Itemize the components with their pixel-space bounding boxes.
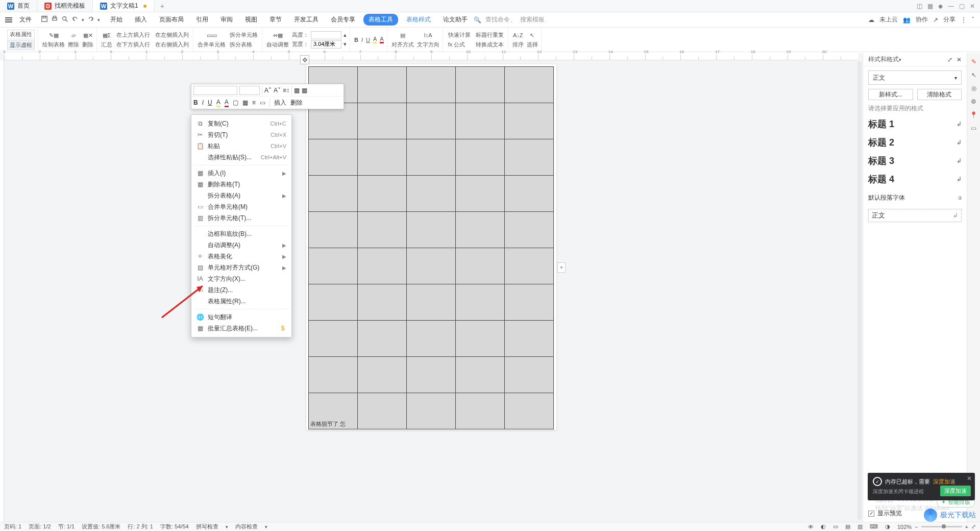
step-down-icon[interactable]: ▾ bbox=[344, 41, 347, 47]
mini-insert-button[interactable]: 插入 bbox=[274, 99, 286, 107]
ctx-delete-table[interactable]: ▦删除表格(T) bbox=[191, 179, 291, 190]
style-heading2[interactable]: 标题 2↲ bbox=[868, 135, 962, 150]
decrease-font-icon[interactable]: A˅ bbox=[274, 87, 281, 94]
share-icon[interactable]: ↗ bbox=[933, 16, 938, 23]
search-placeholder2[interactable]: 搜索模板 bbox=[520, 15, 545, 24]
search-placeholder[interactable]: 查找命令、 bbox=[485, 15, 516, 24]
step-up-icon[interactable]: ▴ bbox=[344, 32, 347, 38]
redo-icon[interactable] bbox=[87, 15, 94, 24]
ribbon-tab-layout[interactable]: 页面布局 bbox=[155, 13, 188, 26]
ctx-copy[interactable]: ⧉复制(C)Ctrl+C bbox=[191, 118, 291, 129]
ctx-paste[interactable]: 📋粘贴Ctrl+V bbox=[191, 140, 291, 152]
save-icon[interactable] bbox=[41, 15, 48, 24]
skin-icon[interactable]: ◆ bbox=[938, 3, 943, 9]
minimize-icon[interactable]: — bbox=[948, 3, 954, 9]
mini-delete-button[interactable]: 删除 bbox=[290, 99, 303, 107]
summary-button[interactable]: ▦Σ汇总 bbox=[101, 31, 112, 49]
ctx-auto[interactable]: 自动调整(A)▶ bbox=[191, 239, 291, 251]
ribbon-tab-table-style[interactable]: 表格样式 bbox=[402, 13, 435, 26]
delete-button[interactable]: ▦✕删除 bbox=[82, 31, 93, 49]
editable-table[interactable] bbox=[308, 66, 554, 415]
settings-icon[interactable]: ⚙ bbox=[971, 98, 976, 105]
mini-merge[interactable]: ▭ bbox=[260, 99, 265, 106]
ctx-cut[interactable]: ✂剪切(T)Ctrl+X bbox=[191, 129, 291, 140]
ctx-batch-summary[interactable]: ▦批量汇总表格(E)...$ bbox=[191, 323, 291, 334]
ctx-translate[interactable]: 🌐短句翻译 bbox=[191, 311, 291, 323]
search-icon[interactable]: 🔍 bbox=[474, 16, 481, 23]
ctx-merge-cells[interactable]: ▭合并单元格(M) bbox=[191, 201, 291, 212]
underline-button[interactable]: U bbox=[366, 37, 370, 43]
collapse-ribbon-icon[interactable]: ˆ bbox=[972, 16, 974, 23]
ctx-split-table[interactable]: 拆分表格(A)▶ bbox=[191, 190, 291, 201]
formula-button[interactable]: fx 公式 bbox=[447, 40, 472, 49]
sort-button[interactable]: A↓Z排序 bbox=[512, 31, 524, 49]
show-gridlines-button[interactable]: 显示虚框 bbox=[7, 40, 35, 50]
merge-cells-button[interactable]: ▭▭合并单元格 bbox=[198, 31, 226, 49]
undo-dropdown-icon[interactable]: ▾ bbox=[82, 17, 84, 22]
horizontal-ruler[interactable] bbox=[4, 53, 859, 60]
undo-icon[interactable] bbox=[71, 15, 79, 24]
close-panel-icon[interactable]: ✕ bbox=[957, 56, 962, 63]
screen-icon[interactable]: ▭ bbox=[971, 125, 976, 132]
line-spacing-icon[interactable]: ≡↕ bbox=[283, 87, 289, 94]
ctx-split-cells[interactable]: ▥拆分单元格(T)... bbox=[191, 212, 291, 224]
pin-icon[interactable]: ⤢ bbox=[947, 56, 952, 63]
ctx-text-dir[interactable]: IA文字方向(X)... bbox=[191, 273, 291, 284]
quick-calc-button[interactable]: 快速计算 bbox=[447, 31, 472, 39]
style-heading4[interactable]: 标题 4↲ bbox=[868, 172, 962, 186]
tab-document[interactable]: W 文字文稿1 bbox=[93, 0, 154, 12]
select-pane-icon[interactable]: ↖ bbox=[971, 71, 976, 79]
more-menu-icon[interactable]: ⋮ bbox=[961, 16, 967, 23]
draw-table-button[interactable]: ✎▦绘制表格 bbox=[42, 31, 65, 49]
mini-borders[interactable]: ▦ bbox=[242, 99, 248, 106]
mini-highlight[interactable]: A bbox=[216, 99, 220, 107]
mini-underline[interactable]: U bbox=[208, 99, 212, 106]
ribbon-tab-insert[interactable]: 插入 bbox=[131, 13, 151, 26]
convert-to-text-button[interactable]: 转换成文本 bbox=[475, 40, 505, 49]
ctx-caption[interactable]: ▭题注(Z)... bbox=[191, 284, 291, 296]
auto-adjust-button[interactable]: ⇔▦自动调整 bbox=[266, 31, 289, 49]
font-size-select[interactable] bbox=[239, 86, 260, 95]
split-table-button[interactable]: 拆分表格 bbox=[229, 40, 259, 49]
add-column-button[interactable]: + bbox=[557, 262, 566, 273]
ctx-insert[interactable]: ▦插入(I)▶ bbox=[191, 167, 291, 179]
eraser-button[interactable]: ▱擦除 bbox=[68, 31, 79, 49]
new-style-button[interactable]: 新样式... bbox=[868, 89, 913, 100]
insert-col-left[interactable]: 在左侧插入列 bbox=[154, 31, 190, 39]
table-properties-button[interactable]: 表格属性 bbox=[7, 30, 35, 39]
style-heading1[interactable]: 标题 1↲ bbox=[868, 117, 962, 131]
preview-icon[interactable] bbox=[61, 15, 68, 24]
ctx-paste-special[interactable]: 选择性粘贴(S)...Ctrl+Alt+V bbox=[191, 152, 291, 163]
collab-icon[interactable]: 👥 bbox=[903, 16, 911, 23]
align-button[interactable]: ▤对齐方式 bbox=[391, 31, 414, 49]
split-cell-button[interactable]: 拆分单元格 bbox=[229, 31, 259, 39]
cloud-icon[interactable]: ☁ bbox=[868, 16, 874, 23]
new-tab-button[interactable]: + bbox=[154, 2, 170, 10]
layers-icon[interactable]: ◎ bbox=[971, 85, 976, 92]
ribbon-tab-dev[interactable]: 开发工具 bbox=[290, 13, 323, 26]
ctx-cell-align[interactable]: ▤单元格对齐方式(G)▶ bbox=[191, 262, 291, 273]
mini-font-color[interactable]: A bbox=[225, 99, 229, 107]
close-icon[interactable]: ✕ bbox=[970, 3, 975, 9]
print-icon[interactable] bbox=[51, 15, 58, 24]
ribbon-tab-vip[interactable]: 会员专享 bbox=[327, 13, 359, 26]
table-move-handle[interactable]: ✥ bbox=[300, 55, 309, 64]
height-input[interactable] bbox=[311, 31, 341, 39]
ctx-beautify[interactable]: ✧表格美化▶ bbox=[191, 251, 291, 262]
reading-mode-icon[interactable]: ◫ bbox=[917, 3, 922, 9]
highlight-button[interactable]: A bbox=[373, 36, 377, 43]
insert-row-above[interactable]: 在上方插入行 bbox=[115, 31, 151, 39]
location-icon[interactable]: 📍 bbox=[970, 111, 977, 118]
insert-col-right[interactable]: 在右侧插入列 bbox=[154, 40, 190, 49]
font-color-button[interactable]: A bbox=[380, 36, 383, 43]
tab-home[interactable]: W 首页 bbox=[0, 0, 37, 12]
width-input[interactable] bbox=[311, 40, 341, 49]
insert-row-below[interactable]: 在下方插入行 bbox=[115, 40, 151, 49]
style-default-font[interactable]: 默认段落字体a bbox=[868, 190, 962, 205]
bold-button[interactable]: B bbox=[354, 37, 358, 43]
mini-italic[interactable]: I bbox=[202, 99, 204, 106]
style-heading3[interactable]: 标题 3↲ bbox=[868, 154, 962, 168]
font-select[interactable] bbox=[193, 86, 237, 95]
hamburger-icon[interactable] bbox=[3, 15, 14, 25]
style-body-current[interactable]: 正文↲ bbox=[868, 209, 962, 222]
